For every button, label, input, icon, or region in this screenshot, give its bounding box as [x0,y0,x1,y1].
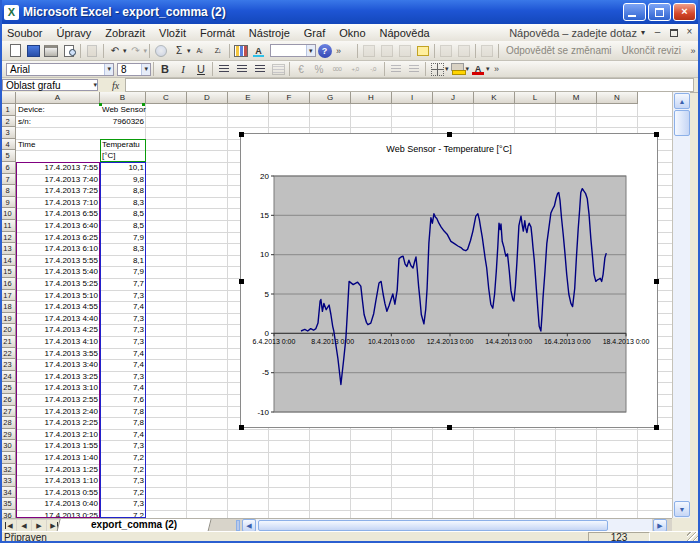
horizontal-scroll-thumb[interactable] [258,520,608,531]
minimize-button[interactable] [623,3,646,21]
cell-B19[interactable]: 7,3 [100,313,146,325]
row-header-18[interactable]: 18 [0,301,16,313]
cell-B1[interactable]: Web Sensor [100,104,148,116]
cell-B15[interactable]: 7,9 [100,266,146,278]
column-header-J[interactable]: J [433,92,474,104]
column-header-N[interactable]: N [597,92,638,104]
cell-B28[interactable]: 7,8 [100,417,146,429]
chart-selection-handle[interactable] [654,279,659,284]
chart-selection-handle[interactable] [239,132,244,137]
cell-A34[interactable]: 17.4.2013 0:55 [16,487,100,499]
row-header-19[interactable]: 19 [0,313,16,325]
font-name-combo[interactable]: Arial▾ [6,63,114,76]
chevron-down-icon[interactable]: ▾ [104,64,113,75]
cell-B20[interactable]: 7,3 [100,324,146,336]
cell-B12[interactable]: 7,9 [100,232,146,244]
toolbar-options-chevron[interactable]: » [688,46,698,56]
row-header-26[interactable]: 26 [0,394,16,406]
row-header-13[interactable]: 13 [0,243,16,255]
row-header-24[interactable]: 24 [0,371,16,383]
row-header-12[interactable]: 12 [0,232,16,244]
italic-icon[interactable]: I [174,62,192,77]
cell-A32[interactable]: 17.4.2013 1:25 [16,464,100,476]
cell-B2[interactable]: 7960326 [100,116,146,128]
align-right-icon[interactable] [251,62,269,77]
cell-B6[interactable]: 10,1 [100,162,146,174]
chevron-down-icon[interactable]: ▾ [306,45,315,56]
cell-B29[interactable]: 7,4 [100,429,146,441]
first-sheet-button[interactable]: ◀ [2,520,16,531]
column-header-D[interactable]: D [187,92,228,104]
cell-B26[interactable]: 7,6 [100,394,146,406]
cell-B13[interactable]: 8,3 [100,243,146,255]
cell-A21[interactable]: 17.4.2013 4:10 [16,336,100,348]
cell-A28[interactable]: 17.4.2013 2:25 [16,417,100,429]
zoom-combo[interactable]: ▾ [270,44,316,57]
cell-A19[interactable]: 17.4.2013 4:40 [16,313,100,325]
cell-B9[interactable]: 8,3 [100,197,146,209]
cell-A23[interactable]: 17.4.2013 3:40 [16,359,100,371]
cell-A33[interactable]: 17.4.2013 1:10 [16,475,100,487]
undo-icon[interactable]: ↶ [106,43,124,58]
cell-B34[interactable]: 7,2 [100,487,146,499]
borders-icon[interactable] [428,62,446,77]
print-preview-icon[interactable] [60,43,78,58]
column-header-F[interactable]: F [269,92,310,104]
column-header-A[interactable]: A [16,92,100,104]
cell-B36[interactable]: 7,2 [100,510,146,518]
underline-icon[interactable]: U [192,62,210,77]
row-header-16[interactable]: 16 [0,278,16,290]
cell-A9[interactable]: 17.4.2013 7:10 [16,197,100,209]
toolbar-options-chevron[interactable]: » [492,64,502,74]
column-header-I[interactable]: I [392,92,433,104]
chevron-down-icon[interactable]: ▾ [141,64,150,75]
autosum-icon[interactable]: Σ [170,43,188,58]
cell-A24[interactable]: 17.4.2013 3:25 [16,371,100,383]
row-header-8[interactable]: 8 [0,185,16,197]
cell-A16[interactable]: 17.4.2013 5:25 [16,278,100,290]
row-header-25[interactable]: 25 [0,382,16,394]
resize-grip[interactable] [687,532,698,543]
vertical-scrollbar[interactable]: ▲ ▼ [672,92,690,518]
row-header-5[interactable]: 5 [0,150,16,162]
cell-B10[interactable]: 8,5 [100,208,146,220]
column-header-G[interactable]: G [310,92,351,104]
column-header-K[interactable]: K [474,92,515,104]
workbook-close-button[interactable]: × [682,26,697,39]
range-fill-handle[interactable] [99,103,102,106]
next-sheet-button[interactable]: ▶ [32,520,46,531]
cell-A7[interactable]: 17.4.2013 7:40 [16,174,100,186]
column-header-L[interactable]: L [515,92,556,104]
menu-item-okno[interactable]: Okno [332,25,372,41]
chart-selection-handle[interactable] [239,425,244,430]
toolbar-options-chevron[interactable]: » [334,46,344,56]
column-header-H[interactable]: H [351,92,392,104]
menu-item-graf[interactable]: Graf [297,25,332,41]
row-header-3[interactable]: 3 [0,127,16,139]
previous-sheet-button[interactable]: ◀ [17,520,31,531]
chart-selection-handle[interactable] [239,279,244,284]
help-ask-box[interactable]: Nápověda – zadejte dotaz ▾ – × [509,26,700,39]
print-icon[interactable] [42,43,60,58]
cell-B7[interactable]: 9,8 [100,174,146,186]
end-review-button[interactable]: Ukončit revizi [617,45,686,56]
help-icon[interactable]: ? [318,44,332,58]
row-header-29[interactable]: 29 [0,429,16,441]
cell-B32[interactable]: 7,2 [100,464,146,476]
row-header-17[interactable]: 17 [0,290,16,302]
align-left-icon[interactable] [215,62,233,77]
cell-A29[interactable]: 17.4.2013 2:10 [16,429,100,441]
cell-A35[interactable]: 17.4.2013 0:40 [16,498,100,510]
row-header-10[interactable]: 10 [0,208,16,220]
sort-descending-icon[interactable]: Z↓ [209,43,227,58]
row-header-2[interactable]: 2 [0,116,16,128]
cell-B30[interactable]: 7,3 [100,440,146,452]
save-icon[interactable] [24,43,42,58]
row-header-33[interactable]: 33 [0,475,16,487]
cell-A26[interactable]: 17.4.2013 2:55 [16,394,100,406]
row-header-28[interactable]: 28 [0,417,16,429]
row-header-21[interactable]: 21 [0,336,16,348]
spreadsheet-grid[interactable]: ABCDEFGHIJKLMN1Device:Web Sensor2s/n:796… [0,92,672,518]
column-header-M[interactable]: M [556,92,597,104]
row-header-1[interactable]: 1 [0,104,16,116]
